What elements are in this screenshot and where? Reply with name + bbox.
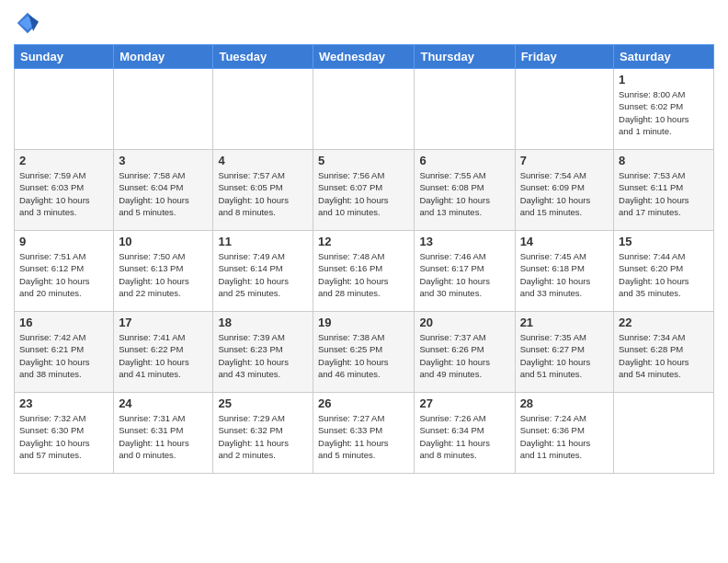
calendar-cell: 22Sunrise: 7:34 AM Sunset: 6:28 PM Dayli…: [614, 312, 714, 393]
calendar-cell: [114, 69, 213, 150]
day-info: Sunrise: 7:24 AM Sunset: 6:36 PM Dayligh…: [520, 412, 609, 461]
calendar-cell: 25Sunrise: 7:29 AM Sunset: 6:32 PM Dayli…: [213, 393, 313, 474]
calendar-day-header: Thursday: [415, 45, 515, 69]
day-info: Sunrise: 7:38 AM Sunset: 6:25 PM Dayligh…: [318, 331, 409, 380]
day-number: 20: [419, 316, 509, 329]
day-number: 3: [119, 154, 208, 167]
day-info: Sunrise: 7:27 AM Sunset: 6:33 PM Dayligh…: [318, 412, 409, 461]
calendar-cell: 28Sunrise: 7:24 AM Sunset: 6:36 PM Dayli…: [515, 393, 613, 474]
calendar-cell: [15, 69, 114, 150]
day-number: 26: [318, 396, 409, 410]
calendar-header-row: SundayMondayTuesdayWednesdayThursdayFrid…: [15, 45, 714, 69]
day-number: 24: [119, 396, 208, 410]
day-info: Sunrise: 7:59 AM Sunset: 6:03 PM Dayligh…: [19, 169, 108, 218]
day-number: 16: [19, 316, 108, 329]
day-info: Sunrise: 7:50 AM Sunset: 6:13 PM Dayligh…: [119, 250, 208, 299]
day-number: 9: [19, 235, 108, 248]
calendar-cell: 26Sunrise: 7:27 AM Sunset: 6:33 PM Dayli…: [313, 393, 415, 474]
calendar-cell: 14Sunrise: 7:45 AM Sunset: 6:18 PM Dayli…: [515, 231, 613, 312]
day-info: Sunrise: 7:29 AM Sunset: 6:32 PM Dayligh…: [218, 412, 308, 461]
day-info: Sunrise: 7:41 AM Sunset: 6:22 PM Dayligh…: [119, 331, 208, 380]
day-number: 6: [419, 154, 509, 167]
calendar-cell: 23Sunrise: 7:32 AM Sunset: 6:30 PM Dayli…: [15, 393, 114, 474]
day-info: Sunrise: 7:35 AM Sunset: 6:27 PM Dayligh…: [520, 331, 609, 380]
calendar-cell: 20Sunrise: 7:37 AM Sunset: 6:26 PM Dayli…: [415, 312, 515, 393]
day-number: 17: [119, 316, 208, 329]
calendar-day-header: Sunday: [15, 45, 114, 69]
calendar-cell: [515, 69, 613, 150]
day-info: Sunrise: 7:31 AM Sunset: 6:31 PM Dayligh…: [119, 412, 208, 461]
header: [14, 9, 714, 37]
day-number: 21: [520, 316, 609, 329]
day-info: Sunrise: 7:53 AM Sunset: 6:11 PM Dayligh…: [619, 169, 709, 218]
calendar-cell: 8Sunrise: 7:53 AM Sunset: 6:11 PM Daylig…: [614, 150, 714, 231]
day-info: Sunrise: 7:51 AM Sunset: 6:12 PM Dayligh…: [19, 250, 108, 299]
day-info: Sunrise: 7:57 AM Sunset: 6:05 PM Dayligh…: [218, 169, 308, 218]
day-info: Sunrise: 7:34 AM Sunset: 6:28 PM Dayligh…: [619, 331, 709, 380]
day-number: 4: [218, 154, 308, 167]
calendar-cell: 3Sunrise: 7:58 AM Sunset: 6:04 PM Daylig…: [114, 150, 213, 231]
calendar-cell: 17Sunrise: 7:41 AM Sunset: 6:22 PM Dayli…: [114, 312, 213, 393]
day-info: Sunrise: 7:37 AM Sunset: 6:26 PM Dayligh…: [419, 331, 509, 380]
calendar-cell: 4Sunrise: 7:57 AM Sunset: 6:05 PM Daylig…: [213, 150, 313, 231]
calendar-cell: 19Sunrise: 7:38 AM Sunset: 6:25 PM Dayli…: [313, 312, 415, 393]
logo-icon: [14, 9, 41, 37]
calendar-week-row: 16Sunrise: 7:42 AM Sunset: 6:21 PM Dayli…: [15, 312, 714, 393]
day-number: 5: [318, 154, 409, 167]
day-number: 28: [520, 396, 609, 410]
calendar-cell: 1Sunrise: 8:00 AM Sunset: 6:02 PM Daylig…: [614, 69, 714, 150]
day-number: 10: [119, 235, 208, 248]
calendar-cell: 16Sunrise: 7:42 AM Sunset: 6:21 PM Dayli…: [15, 312, 114, 393]
calendar-day-header: Monday: [114, 45, 213, 69]
day-number: 18: [218, 316, 308, 329]
day-info: Sunrise: 7:58 AM Sunset: 6:04 PM Dayligh…: [119, 169, 208, 218]
calendar-week-row: 1Sunrise: 8:00 AM Sunset: 6:02 PM Daylig…: [15, 69, 714, 150]
day-info: Sunrise: 7:55 AM Sunset: 6:08 PM Dayligh…: [419, 169, 509, 218]
calendar-cell: 2Sunrise: 7:59 AM Sunset: 6:03 PM Daylig…: [15, 150, 114, 231]
day-number: 27: [419, 396, 509, 410]
calendar-cell: 12Sunrise: 7:48 AM Sunset: 6:16 PM Dayli…: [313, 231, 415, 312]
logo: [14, 9, 45, 37]
calendar-day-header: Friday: [515, 45, 613, 69]
day-number: 2: [19, 154, 108, 167]
day-number: 14: [520, 235, 609, 248]
calendar-cell: [313, 69, 415, 150]
calendar-cell: [213, 69, 313, 150]
day-info: Sunrise: 7:39 AM Sunset: 6:23 PM Dayligh…: [218, 331, 308, 380]
calendar-cell: 9Sunrise: 7:51 AM Sunset: 6:12 PM Daylig…: [15, 231, 114, 312]
calendar-week-row: 2Sunrise: 7:59 AM Sunset: 6:03 PM Daylig…: [15, 150, 714, 231]
calendar-cell: 18Sunrise: 7:39 AM Sunset: 6:23 PM Dayli…: [213, 312, 313, 393]
day-info: Sunrise: 7:32 AM Sunset: 6:30 PM Dayligh…: [19, 412, 108, 461]
calendar-cell: 27Sunrise: 7:26 AM Sunset: 6:34 PM Dayli…: [415, 393, 515, 474]
calendar-cell: 21Sunrise: 7:35 AM Sunset: 6:27 PM Dayli…: [515, 312, 613, 393]
calendar-cell: [415, 69, 515, 150]
day-info: Sunrise: 7:54 AM Sunset: 6:09 PM Dayligh…: [520, 169, 609, 218]
calendar-container: SundayMondayTuesdayWednesdayThursdayFrid…: [0, 0, 728, 483]
day-info: Sunrise: 7:45 AM Sunset: 6:18 PM Dayligh…: [520, 250, 609, 299]
day-number: 11: [218, 235, 308, 248]
calendar-week-row: 23Sunrise: 7:32 AM Sunset: 6:30 PM Dayli…: [15, 393, 714, 474]
calendar-day-header: Tuesday: [213, 45, 313, 69]
calendar-day-header: Wednesday: [313, 45, 415, 69]
day-number: 8: [619, 154, 709, 167]
day-number: 25: [218, 396, 308, 410]
calendar-cell: 10Sunrise: 7:50 AM Sunset: 6:13 PM Dayli…: [114, 231, 213, 312]
day-number: 19: [318, 316, 409, 329]
calendar-week-row: 9Sunrise: 7:51 AM Sunset: 6:12 PM Daylig…: [15, 231, 714, 312]
day-number: 15: [619, 235, 709, 248]
calendar-cell: 5Sunrise: 7:56 AM Sunset: 6:07 PM Daylig…: [313, 150, 415, 231]
day-info: Sunrise: 7:49 AM Sunset: 6:14 PM Dayligh…: [218, 250, 308, 299]
day-number: 1: [619, 73, 709, 86]
calendar-cell: 15Sunrise: 7:44 AM Sunset: 6:20 PM Dayli…: [614, 231, 714, 312]
calendar-cell: 24Sunrise: 7:31 AM Sunset: 6:31 PM Dayli…: [114, 393, 213, 474]
calendar-day-header: Saturday: [614, 45, 714, 69]
calendar-cell: 7Sunrise: 7:54 AM Sunset: 6:09 PM Daylig…: [515, 150, 613, 231]
day-info: Sunrise: 7:56 AM Sunset: 6:07 PM Dayligh…: [318, 169, 409, 218]
day-info: Sunrise: 7:48 AM Sunset: 6:16 PM Dayligh…: [318, 250, 409, 299]
day-info: Sunrise: 7:26 AM Sunset: 6:34 PM Dayligh…: [419, 412, 509, 461]
calendar-cell: [614, 393, 714, 474]
calendar-table: SundayMondayTuesdayWednesdayThursdayFrid…: [14, 44, 714, 474]
day-info: Sunrise: 7:46 AM Sunset: 6:17 PM Dayligh…: [419, 250, 509, 299]
day-info: Sunrise: 8:00 AM Sunset: 6:02 PM Dayligh…: [619, 88, 709, 137]
day-number: 12: [318, 235, 409, 248]
